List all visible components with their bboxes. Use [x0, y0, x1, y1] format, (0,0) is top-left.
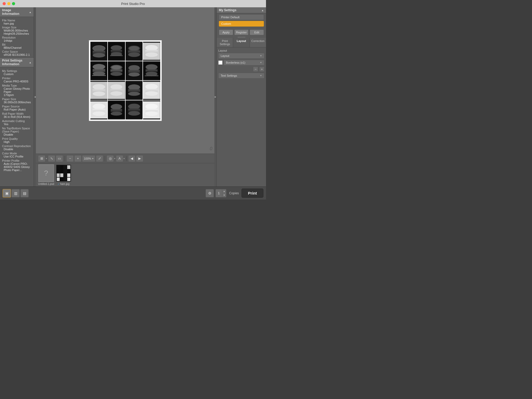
svg-point-5 — [92, 53, 105, 57]
custom-option[interactable]: Custom — [219, 21, 264, 27]
burger-cell-10 — [108, 81, 125, 100]
right-panel-content: Layout Layout ▼ Borderless (x1) ▼ − + Te… — [217, 47, 266, 186]
right-panel-title: My Settings — [219, 8, 236, 12]
zoom-dropdown-arrow: ▾ — [92, 157, 94, 160]
svg-point-70 — [92, 111, 105, 116]
borderless-row: Borderless (x1) ▼ — [218, 60, 264, 65]
layout-section-label: Layout — [218, 49, 264, 52]
layout-btn-3[interactable]: ▤ — [20, 189, 29, 197]
svg-point-75 — [111, 112, 122, 116]
image-info-collapse-arrow[interactable]: ▲ — [29, 11, 32, 14]
svg-point-77 — [128, 104, 140, 109]
register-button[interactable]: Register — [234, 29, 249, 35]
burger-cell-9 — [90, 81, 108, 100]
fit-icon: ⤢ — [98, 156, 101, 160]
tab-layout[interactable]: Layout — [233, 38, 250, 47]
layout-dropdown-arrow[interactable]: ▾ — [46, 157, 47, 160]
color-dropdown-arrow[interactable]: ▾ — [114, 157, 115, 160]
copies-decrement[interactable]: ▼ — [222, 193, 226, 197]
tab-correction[interactable]: Correction — [250, 38, 266, 47]
print-button[interactable]: Print — [242, 189, 263, 198]
printer-value: Canon PRO-4000S — [2, 80, 32, 83]
my-settings-label: My Settings — [2, 69, 32, 72]
prev-page-button[interactable]: ◀ — [128, 155, 135, 162]
maximize-button[interactable] — [12, 2, 15, 5]
layout-btn-2[interactable]: ▥ — [11, 189, 20, 197]
zoom-in-button[interactable]: + — [74, 155, 82, 162]
layout-btn-1[interactable]: ▣ — [3, 189, 11, 197]
apply-button[interactable]: Apply — [219, 29, 233, 35]
right-collapse-handle[interactable]: ▶ — [214, 7, 216, 186]
monitor-button[interactable]: ▭ — [56, 155, 63, 162]
text-dropdown-arrow[interactable]: ▾ — [123, 157, 125, 160]
svg-point-34 — [110, 72, 122, 76]
svg-point-67 — [92, 104, 105, 109]
thumbnail-ham-label: ✓ ham.jpg — [58, 183, 70, 185]
layout-dropdown-label: Layout — [221, 54, 229, 57]
burger-cell-3 — [126, 42, 143, 61]
toolbar: ⊞ ▾ ⤡ ▭ − + 100% ▾ ⤢ — [36, 154, 214, 163]
burger-image-4 — [143, 42, 160, 61]
next-page-button[interactable]: ▶ — [136, 155, 143, 162]
zoom-dropdown[interactable]: 100% ▾ — [82, 155, 95, 162]
fit-button[interactable]: ⤢ — [96, 155, 103, 162]
thumbnail-ham-check: ✓ — [58, 183, 60, 185]
svg-point-80 — [128, 111, 140, 115]
contrast-label: Contrast Reproduction — [2, 144, 32, 148]
multi-layout-button[interactable]: ⊞ — [38, 155, 45, 162]
svg-point-62 — [145, 84, 158, 89]
layout-buttons: ▣ ▥ ▤ — [3, 189, 29, 197]
multi-layout-icon: ⊞ — [40, 156, 43, 160]
window-controls[interactable] — [3, 2, 15, 5]
layout-btn-2-icon: ▥ — [14, 191, 17, 195]
thumbnail-untitled-box: ? — [38, 164, 54, 182]
svg-point-57 — [128, 84, 140, 90]
close-button[interactable] — [3, 2, 6, 5]
borderless-dropdown[interactable]: Borderless (x1) ▼ — [224, 60, 264, 65]
copies-increment[interactable]: ▲ — [222, 189, 226, 193]
layout-dropdown-arrow: ▼ — [260, 55, 262, 57]
monitor-icon: ▭ — [58, 156, 61, 160]
svg-point-41 — [146, 64, 158, 70]
paper-size-value: 36.000x33.006inches — [2, 101, 32, 104]
print-controls: ⚙ 1 ▲ ▼ Copies Print — [206, 189, 263, 198]
zoom-out-button[interactable]: − — [66, 155, 74, 162]
layout-dropdown[interactable]: Layout ▼ — [218, 53, 264, 59]
tab-print-settings[interactable]: Print Settings — [217, 38, 233, 47]
burger-image-14 — [108, 100, 125, 119]
burger-image-9 — [90, 81, 108, 100]
edit-button[interactable]: Edit — [250, 29, 264, 35]
svg-rect-28 — [92, 75, 106, 76]
thumbnail-item-ham[interactable]: ✓ ham.jpg — [56, 164, 71, 185]
image-width-value: Width36.000inches — [2, 29, 32, 32]
right-panel-arrow[interactable]: ▲ — [261, 9, 264, 12]
layout-tool-group: ⊞ ▾ — [38, 155, 47, 162]
thumbnail-item-untitled[interactable]: ? Untitled-1.psd — [38, 164, 54, 185]
burger-cell-12 — [143, 81, 160, 100]
gear-button[interactable]: ⚙ — [206, 189, 214, 197]
minimize-button[interactable] — [7, 2, 10, 5]
print-settings-collapse-arrow[interactable]: ▲ — [29, 61, 32, 64]
svg-point-82 — [145, 104, 158, 109]
text-button[interactable]: A — [116, 155, 123, 162]
crop-icon: ⤡ — [50, 156, 53, 160]
plus-button[interactable]: + — [259, 66, 264, 72]
file-name-label: File Name — [2, 19, 32, 22]
page-number: 0 — [210, 146, 212, 152]
burger-image-12 — [143, 81, 160, 100]
left-collapse-handle[interactable]: ◀ — [34, 7, 36, 186]
toolbar-separator-3 — [126, 156, 127, 161]
crop-button[interactable]: ⤡ — [48, 155, 55, 162]
settings-list: My Settings Custom Printer Canon PRO-400… — [0, 67, 34, 186]
media-type-value: Canon Glossy Photo Paper — [2, 87, 32, 93]
color-button[interactable]: ◎ — [107, 155, 114, 162]
burger-image-15 — [126, 100, 143, 119]
printer-default-option[interactable]: Printer Default — [219, 14, 264, 20]
minus-button[interactable]: − — [253, 66, 258, 72]
burger-cell-1 — [90, 42, 108, 61]
burger-cell-11 — [126, 81, 143, 100]
text-settings-dropdown[interactable]: Text Settings ▼ — [218, 73, 264, 78]
thumbnail-untitled-label: Untitled-1.psd — [38, 183, 54, 185]
layout-btn-3-icon: ▤ — [23, 191, 26, 195]
tabs-row: Print Settings Layout Correction — [217, 38, 266, 47]
